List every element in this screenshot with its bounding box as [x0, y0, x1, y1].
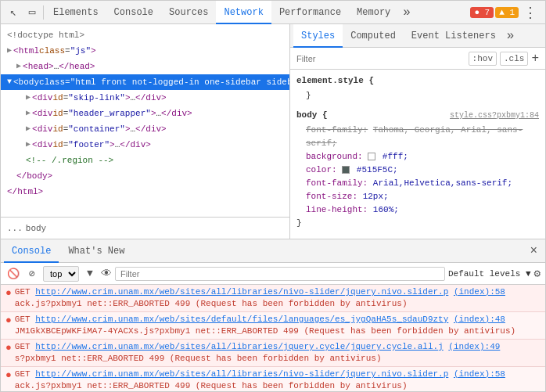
breadcrumb-body[interactable]: body — [26, 224, 46, 233]
dom-line-html-close[interactable]: </html> — [1, 184, 289, 200]
console-link-4[interactable]: http://www.crim.unam.mx/web/sites/all/li… — [35, 369, 448, 379]
dom-line-html[interactable]: ▶ <html class="js"> — [1, 43, 289, 59]
dom-line-comment[interactable]: <!-- /.region --> — [1, 153, 289, 168]
more-menu-icon[interactable]: ⋮ — [519, 4, 542, 21]
console-link-1[interactable]: http://www.crim.unam.mx/web/sites/all/li… — [35, 287, 448, 297]
console-msg-3: GET http://www.crim.unam.mx/web/sites/al… — [15, 341, 541, 365]
dom-line-header[interactable]: ▶ <div id="header_wrapper">…</div> — [1, 106, 289, 121]
console-location-4[interactable]: (index):58 — [454, 369, 505, 379]
tab-bar: Elements Console Sources Network Perform… — [45, 1, 467, 24]
panels-area: <!doctype html> ▶ <html class="js"> ▶ <h… — [1, 24, 545, 239]
add-style-button[interactable]: + — [531, 52, 539, 66]
console-msg-2: GET http://www.crim.unam.mx/web/sites/de… — [15, 314, 541, 337]
console-down-icon[interactable]: ▼ — [82, 266, 98, 282]
device-icon[interactable]: ▭ — [23, 3, 41, 22]
dom-panel: <!doctype html> ▶ <html class="js"> ▶ <h… — [1, 24, 290, 239]
html-class-value: "js" — [70, 44, 91, 58]
console-content: ● GET http://www.crim.unam.mx/web/sites/… — [1, 285, 545, 391]
warning-badge: ▲ 1 — [495, 7, 519, 18]
devtools-bottom: <!doctype html> ▶ <html class="js"> ▶ <h… — [1, 24, 545, 391]
tab-performance[interactable]: Performance — [271, 1, 349, 24]
console-location-2[interactable]: (index):48 — [454, 315, 505, 324]
devtools-container: ↖ ▭ Elements Console Sources Network Per… — [0, 0, 546, 392]
console-error-row-3: ● GET http://www.crim.unam.mx/web/sites/… — [1, 340, 545, 367]
html-tag: <html — [13, 44, 39, 58]
filter-cls-button[interactable]: .cls — [500, 52, 528, 66]
color-swatch-dark[interactable] — [342, 166, 350, 174]
console-error-row-2: ● GET http://www.crim.unam.mx/web/sites/… — [1, 312, 545, 340]
tab-elements[interactable]: Elements — [45, 1, 106, 24]
console-gear-icon[interactable]: ⚙ — [534, 267, 541, 280]
head-tag: <head> — [23, 59, 54, 74]
body-prop-font-size: font-size: 12px; — [296, 190, 539, 203]
console-location-3[interactable]: (index):49 — [448, 342, 500, 351]
element-style-selector: element.style { — [296, 74, 539, 88]
error-badge: ● 7 — [470, 7, 494, 18]
dom-breadcrumb: ... body — [1, 217, 289, 239]
body-style-block: body { style.css?pxbmy1:84 font-family: … — [296, 109, 539, 230]
filter-input[interactable] — [296, 54, 465, 63]
arrow-icon: ▶ — [7, 44, 12, 58]
console-tab-whatsnew[interactable]: What's New — [60, 239, 132, 263]
dom-line-doctype[interactable]: <!doctype html> — [1, 27, 289, 43]
styles-more-icon[interactable]: » — [504, 29, 518, 43]
console-eye-icon[interactable]: 👁 — [101, 268, 112, 280]
filter-hov-button[interactable]: :hov — [469, 52, 497, 66]
element-style-block: element.style { } — [296, 74, 539, 102]
error-icon-4: ● — [5, 369, 12, 382]
console-toolbar: Console What's New × — [1, 239, 545, 263]
color-swatch-white[interactable] — [368, 153, 375, 160]
body-close-tag: </body> — [16, 169, 52, 183]
top-toolbar: ↖ ▭ Elements Console Sources Network Per… — [1, 1, 545, 24]
tab-network[interactable]: Network — [216, 1, 271, 24]
arrow-icon: ▶ — [26, 106, 31, 120]
more-tabs-button[interactable]: » — [398, 5, 415, 20]
console-error-row: ● GET http://www.crim.unam.mx/web/sites/… — [1, 285, 545, 312]
console-msg-4: GET http://www.crim.unam.mx/web/sites/al… — [15, 369, 541, 391]
console-filter-input[interactable] — [115, 267, 445, 281]
console-close-button[interactable]: × — [525, 244, 542, 258]
console-stop-icon[interactable]: ⊘ — [24, 266, 40, 282]
cursor-icon[interactable]: ↖ — [4, 3, 23, 22]
console-clear-button[interactable]: 🚫 — [5, 266, 21, 282]
console-location-1[interactable]: (index):58 — [454, 287, 505, 297]
tab-console[interactable]: Console — [106, 1, 161, 24]
tab-styles[interactable]: Styles — [293, 24, 343, 48]
arrow-open-icon: ▼ — [7, 75, 12, 89]
styles-tabs: Styles Computed Event Listeners » — [290, 24, 545, 48]
body-style-source[interactable]: style.css?pxbmy1:84 — [450, 109, 539, 124]
dom-content: <!doctype html> ▶ <html class="js"> ▶ <h… — [1, 24, 289, 217]
dom-line-body[interactable]: ▼ <body class="html front not-logged-in … — [1, 74, 289, 90]
console-link-3[interactable]: http://www.crim.unam.mx/web/sites/all/li… — [35, 342, 444, 351]
dom-line-skip[interactable]: ▶ <div id="skip-link">…</div> — [1, 90, 289, 106]
styles-content: element.style { } body { style.css?pxbmy… — [290, 70, 545, 239]
breadcrumb-more[interactable]: ... — [7, 224, 23, 233]
arrow-icon: ▶ — [26, 138, 31, 152]
tab-sources[interactable]: Sources — [161, 1, 216, 24]
body-prop-font-family: font-family: Arial,Helvetica,sans-serif; — [296, 177, 539, 190]
console-context-select[interactable]: top — [43, 266, 79, 282]
tab-event-listeners[interactable]: Event Listeners — [404, 24, 504, 48]
console-link-2[interactable]: http://www.crim.unam.mx/web/sites/defaul… — [35, 315, 448, 324]
body-prop-font-family-strike: font-family: Tahoma, Georgia, Arial, san… — [296, 124, 539, 150]
styles-panel: Styles Computed Event Listeners » :hov .… — [290, 24, 545, 239]
body-tag: <body — [13, 75, 39, 89]
body-prop-line-height: line-height: 160%; — [296, 203, 539, 217]
filter-bar: :hov .cls + — [290, 48, 545, 70]
console-filter-bar: 🚫 ⊘ top ▼ 👁 Default levels ▼ ⚙ — [1, 263, 545, 285]
element-style-close: } — [296, 89, 539, 102]
console-error-row-4: ● GET http://www.crim.unam.mx/web/sites/… — [1, 367, 545, 391]
tab-memory[interactable]: Memory — [349, 1, 398, 24]
console-level-select[interactable]: Default levels ▼ — [448, 269, 531, 279]
dom-line-body-close[interactable]: </body> — [1, 168, 289, 184]
arrow-icon: ▶ — [26, 122, 31, 136]
dom-line-head[interactable]: ▶ <head>…</head> — [1, 59, 289, 74]
html-close-tag: </html> — [7, 185, 43, 199]
tab-computed[interactable]: Computed — [343, 24, 404, 48]
body-close-brace: } — [296, 217, 539, 230]
dom-line-footer[interactable]: ▶ <div id="footer">…</div> — [1, 137, 289, 153]
separator — [43, 5, 44, 20]
error-icon-3: ● — [5, 342, 12, 354]
console-tab-console[interactable]: Console — [4, 239, 59, 263]
dom-line-container[interactable]: ▶ <div id="container">…</div> — [1, 121, 289, 137]
